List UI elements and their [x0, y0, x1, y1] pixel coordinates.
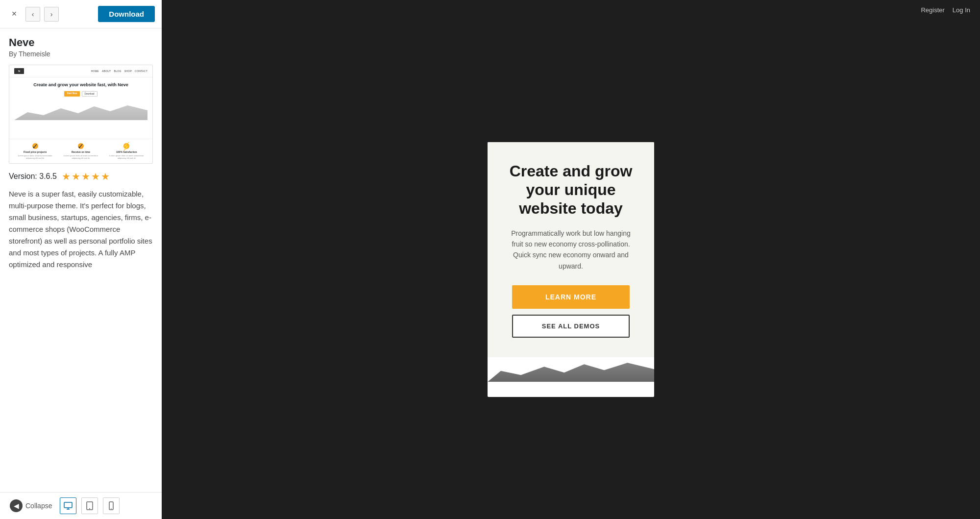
- tablet-view-button[interactable]: [81, 497, 98, 514]
- theme-author: By Themeisle: [9, 50, 153, 58]
- neve-feature-text-3: Lorem ipsum dolor sit amet consectetur a…: [106, 154, 147, 159]
- neve-feature-title-2: Receive on time: [60, 150, 101, 153]
- neve-start-btn: Start Now: [64, 91, 79, 97]
- version-label: Version: 3.6.5: [9, 172, 57, 181]
- collapse-arrow-icon: ◀: [10, 499, 23, 512]
- neve-feature-3: ⚡ 100% Satisfaction Lorem ipsum dolor si…: [106, 143, 147, 159]
- neve-feature-title-3: 100% Satisfaction: [106, 150, 147, 153]
- collapse-label: Collapse: [25, 502, 52, 510]
- see-all-demos-button[interactable]: SEE ALL DEMOS: [512, 315, 630, 338]
- close-button[interactable]: ×: [7, 7, 22, 22]
- mobile-view-button[interactable]: [103, 497, 120, 514]
- sidebar-content: Neve By Themeisle N HOME ABOUT BLOG SHOP…: [0, 28, 162, 492]
- preview-frame: Create and grow your unique website toda…: [488, 142, 654, 397]
- neve-features: ✓ Fixed price projects Lorem ipsum dolor…: [9, 139, 152, 163]
- star-2: ★: [72, 171, 80, 182]
- mobile-icon: [109, 501, 114, 510]
- preview-hero-description: Programmatically work but low hanging fr…: [507, 228, 635, 272]
- prev-theme-button[interactable]: ‹: [25, 7, 40, 22]
- neve-logo-preview: N: [14, 68, 24, 74]
- tablet-icon: [86, 501, 93, 510]
- register-link[interactable]: Register: [921, 6, 944, 14]
- main-preview: Create and grow your unique website toda…: [162, 0, 980, 519]
- neve-feature-icon-2: ✓: [78, 143, 84, 149]
- neve-feature-text-2: Lorem ipsum dolor sit amet consectetur a…: [60, 154, 101, 159]
- desktop-view-button[interactable]: [60, 497, 76, 514]
- neve-feature-2: ✓ Receive on time Lorem ipsum dolor sit …: [60, 143, 101, 159]
- preview-mountain: [488, 357, 654, 382]
- collapse-button[interactable]: ◀ Collapse: [7, 497, 55, 514]
- sidebar: × ‹ › Download Neve By Themeisle N HOME …: [0, 0, 162, 519]
- version-row: Version: 3.6.5 ★ ★ ★ ★ ★: [9, 171, 153, 182]
- learn-more-button[interactable]: LEARN MORE: [512, 285, 630, 309]
- desktop-icon: [64, 502, 73, 510]
- preview-hero-section: Create and grow your unique website toda…: [488, 142, 654, 358]
- top-bar: Register Log In: [162, 0, 980, 20]
- download-button[interactable]: Download: [98, 6, 155, 22]
- star-3: ★: [81, 171, 90, 182]
- login-link[interactable]: Log In: [953, 6, 970, 14]
- neve-feature-title-1: Fixed price projects: [14, 150, 56, 153]
- neve-hero-preview: Create and grow your website fast, with …: [9, 77, 152, 139]
- sidebar-toolbar: × ‹ › Download: [0, 0, 162, 28]
- star-5: ★: [101, 171, 110, 182]
- preview-hero-title: Create and grow your unique website toda…: [502, 162, 639, 218]
- next-theme-button[interactable]: ›: [44, 7, 59, 22]
- neve-nav-preview: HOME ABOUT BLOG SHOP CONTACT: [91, 70, 147, 73]
- star-4: ★: [91, 171, 100, 182]
- star-1: ★: [62, 171, 71, 182]
- neve-feature-1: ✓ Fixed price projects Lorem ipsum dolor…: [14, 143, 56, 159]
- neve-download-btn: Download: [82, 91, 98, 97]
- svg-point-6: [111, 508, 112, 509]
- theme-description: Neve is a super fast, easily customizabl…: [9, 188, 153, 271]
- sidebar-bottom: ◀ Collapse: [0, 492, 162, 519]
- neve-feature-text-1: Lorem ipsum dolor sit amet consectetur a…: [14, 154, 56, 159]
- neve-hero-buttons: Start Now Download: [64, 91, 97, 97]
- theme-name: Neve: [9, 36, 153, 49]
- neve-hero-title: Create and grow your website fast, with …: [33, 82, 128, 88]
- svg-point-4: [89, 508, 90, 509]
- star-rating: ★ ★ ★ ★ ★: [62, 171, 110, 182]
- svg-rect-0: [64, 502, 72, 508]
- theme-screenshot: N HOME ABOUT BLOG SHOP CONTACT Create an…: [9, 65, 153, 164]
- neve-feature-icon-3: ⚡: [123, 143, 129, 149]
- neve-mountain: [14, 100, 147, 120]
- neve-feature-icon-1: ✓: [32, 143, 38, 149]
